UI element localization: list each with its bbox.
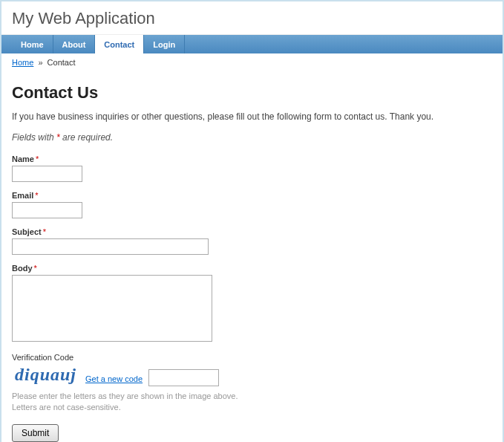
name-label: Name*: [12, 155, 492, 163]
breadcrumb-home[interactable]: Home: [12, 58, 33, 67]
required-note: Fields with * are required.: [12, 132, 492, 143]
main-menu: Home About Contact Login: [1, 35, 503, 53]
submit-button[interactable]: Submit: [12, 424, 59, 442]
email-input[interactable]: [12, 202, 82, 218]
name-input[interactable]: [12, 166, 82, 182]
body-label: Body*: [12, 264, 492, 273]
nav-about[interactable]: About: [53, 35, 96, 53]
verify-hint: Please enter the letters as they are sho…: [12, 391, 492, 414]
verify-label: Verification Code: [12, 353, 492, 362]
body-textarea[interactable]: [12, 275, 212, 342]
get-new-code-link[interactable]: Get a new code: [85, 374, 143, 383]
page-container: My Web Application Home About Contact Lo…: [0, 0, 504, 442]
breadcrumb: Home » Contact: [1, 53, 503, 71]
content: Contact Us If you have business inquirie…: [1, 71, 503, 442]
verify-row: Verification Code diquauj Get a new code…: [12, 353, 492, 414]
app-title: My Web Application: [12, 9, 492, 28]
email-label: Email*: [12, 191, 492, 200]
nav-login[interactable]: Login: [144, 35, 185, 53]
captcha-image: diquauj: [12, 365, 79, 386]
header: My Web Application: [1, 1, 503, 35]
page-heading: Contact Us: [12, 83, 492, 103]
nav-contact[interactable]: Contact: [95, 35, 144, 53]
body-row: Body*: [12, 264, 492, 344]
breadcrumb-sep: »: [38, 58, 42, 67]
verify-input[interactable]: [148, 369, 219, 386]
captcha-box: diquauj Get a new code: [12, 365, 492, 386]
subject-input[interactable]: [12, 238, 209, 255]
email-row: Email*: [12, 191, 492, 218]
name-row: Name*: [12, 155, 492, 182]
nav-home[interactable]: Home: [12, 35, 53, 53]
subject-row: Subject*: [12, 227, 492, 255]
breadcrumb-current: Contact: [48, 58, 76, 67]
subject-label: Subject*: [12, 227, 492, 236]
intro-text: If you have business inquiries or other …: [12, 111, 492, 122]
